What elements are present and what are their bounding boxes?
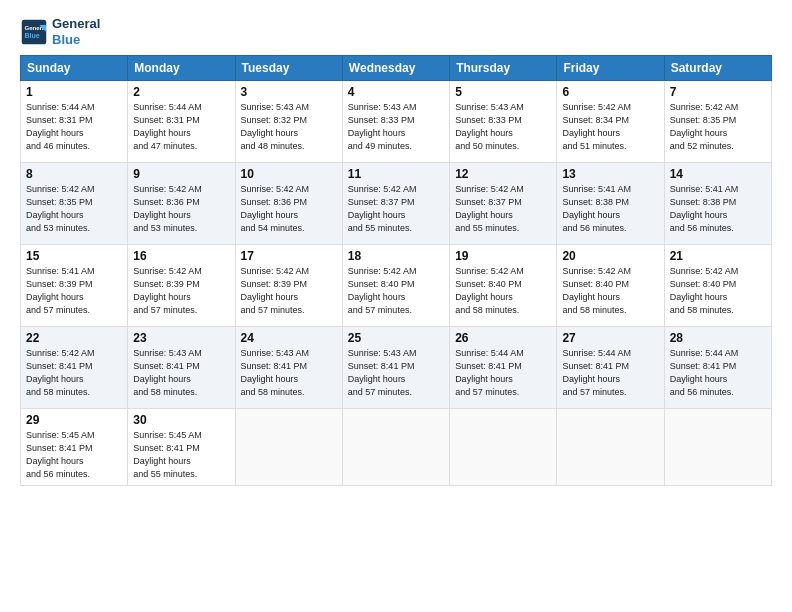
calendar-week-row: 22Sunrise: 5:42 AMSunset: 8:41 PMDayligh… (21, 327, 772, 409)
calendar-cell: 16Sunrise: 5:42 AMSunset: 8:39 PMDayligh… (128, 245, 235, 327)
day-number: 20 (562, 249, 658, 263)
day-info: Sunrise: 5:42 AMSunset: 8:35 PMDaylight … (26, 183, 122, 235)
calendar-cell: 3Sunrise: 5:43 AMSunset: 8:32 PMDaylight… (235, 81, 342, 163)
day-number: 25 (348, 331, 444, 345)
day-info: Sunrise: 5:42 AMSunset: 8:40 PMDaylight … (562, 265, 658, 317)
logo-icon: General Blue (20, 18, 48, 46)
calendar-cell: 22Sunrise: 5:42 AMSunset: 8:41 PMDayligh… (21, 327, 128, 409)
calendar-cell: 25Sunrise: 5:43 AMSunset: 8:41 PMDayligh… (342, 327, 449, 409)
calendar-cell: 5Sunrise: 5:43 AMSunset: 8:33 PMDaylight… (450, 81, 557, 163)
day-info: Sunrise: 5:42 AMSunset: 8:39 PMDaylight … (133, 265, 229, 317)
weekday-header: Friday (557, 56, 664, 81)
day-number: 11 (348, 167, 444, 181)
day-info: Sunrise: 5:42 AMSunset: 8:34 PMDaylight … (562, 101, 658, 153)
calendar-week-row: 1Sunrise: 5:44 AMSunset: 8:31 PMDaylight… (21, 81, 772, 163)
weekday-header: Sunday (21, 56, 128, 81)
weekday-header: Monday (128, 56, 235, 81)
calendar-cell: 6Sunrise: 5:42 AMSunset: 8:34 PMDaylight… (557, 81, 664, 163)
day-info: Sunrise: 5:42 AMSunset: 8:40 PMDaylight … (670, 265, 766, 317)
day-info: Sunrise: 5:42 AMSunset: 8:41 PMDaylight … (26, 347, 122, 399)
calendar-cell: 29Sunrise: 5:45 AMSunset: 8:41 PMDayligh… (21, 409, 128, 486)
calendar-cell (235, 409, 342, 486)
day-number: 9 (133, 167, 229, 181)
day-info: Sunrise: 5:42 AMSunset: 8:37 PMDaylight … (455, 183, 551, 235)
day-info: Sunrise: 5:42 AMSunset: 8:35 PMDaylight … (670, 101, 766, 153)
day-number: 14 (670, 167, 766, 181)
calendar-cell: 8Sunrise: 5:42 AMSunset: 8:35 PMDaylight… (21, 163, 128, 245)
calendar-cell: 24Sunrise: 5:43 AMSunset: 8:41 PMDayligh… (235, 327, 342, 409)
calendar-cell: 7Sunrise: 5:42 AMSunset: 8:35 PMDaylight… (664, 81, 771, 163)
day-number: 5 (455, 85, 551, 99)
calendar-cell: 17Sunrise: 5:42 AMSunset: 8:39 PMDayligh… (235, 245, 342, 327)
day-info: Sunrise: 5:44 AMSunset: 8:41 PMDaylight … (670, 347, 766, 399)
day-number: 4 (348, 85, 444, 99)
day-number: 26 (455, 331, 551, 345)
day-info: Sunrise: 5:45 AMSunset: 8:41 PMDaylight … (26, 429, 122, 481)
day-info: Sunrise: 5:44 AMSunset: 8:31 PMDaylight … (133, 101, 229, 153)
logo-text: General Blue (52, 16, 100, 47)
calendar-cell: 27Sunrise: 5:44 AMSunset: 8:41 PMDayligh… (557, 327, 664, 409)
calendar-week-row: 8Sunrise: 5:42 AMSunset: 8:35 PMDaylight… (21, 163, 772, 245)
day-info: Sunrise: 5:41 AMSunset: 8:38 PMDaylight … (670, 183, 766, 235)
day-number: 24 (241, 331, 337, 345)
calendar-cell: 28Sunrise: 5:44 AMSunset: 8:41 PMDayligh… (664, 327, 771, 409)
day-info: Sunrise: 5:42 AMSunset: 8:40 PMDaylight … (455, 265, 551, 317)
day-info: Sunrise: 5:41 AMSunset: 8:38 PMDaylight … (562, 183, 658, 235)
calendar-cell: 4Sunrise: 5:43 AMSunset: 8:33 PMDaylight… (342, 81, 449, 163)
day-number: 29 (26, 413, 122, 427)
calendar-week-row: 15Sunrise: 5:41 AMSunset: 8:39 PMDayligh… (21, 245, 772, 327)
day-number: 12 (455, 167, 551, 181)
calendar-cell: 15Sunrise: 5:41 AMSunset: 8:39 PMDayligh… (21, 245, 128, 327)
weekday-header: Tuesday (235, 56, 342, 81)
day-number: 21 (670, 249, 766, 263)
calendar-cell: 14Sunrise: 5:41 AMSunset: 8:38 PMDayligh… (664, 163, 771, 245)
day-info: Sunrise: 5:43 AMSunset: 8:32 PMDaylight … (241, 101, 337, 153)
day-number: 30 (133, 413, 229, 427)
day-number: 1 (26, 85, 122, 99)
weekday-header: Saturday (664, 56, 771, 81)
day-info: Sunrise: 5:41 AMSunset: 8:39 PMDaylight … (26, 265, 122, 317)
day-number: 6 (562, 85, 658, 99)
calendar-cell: 19Sunrise: 5:42 AMSunset: 8:40 PMDayligh… (450, 245, 557, 327)
day-info: Sunrise: 5:45 AMSunset: 8:41 PMDaylight … (133, 429, 229, 481)
day-number: 13 (562, 167, 658, 181)
day-info: Sunrise: 5:42 AMSunset: 8:39 PMDaylight … (241, 265, 337, 317)
calendar-cell: 18Sunrise: 5:42 AMSunset: 8:40 PMDayligh… (342, 245, 449, 327)
calendar-cell: 26Sunrise: 5:44 AMSunset: 8:41 PMDayligh… (450, 327, 557, 409)
day-number: 8 (26, 167, 122, 181)
day-number: 3 (241, 85, 337, 99)
day-info: Sunrise: 5:43 AMSunset: 8:33 PMDaylight … (348, 101, 444, 153)
weekday-header: Wednesday (342, 56, 449, 81)
header: General Blue General Blue (20, 16, 772, 47)
calendar-cell (450, 409, 557, 486)
calendar-cell: 10Sunrise: 5:42 AMSunset: 8:36 PMDayligh… (235, 163, 342, 245)
calendar-cell (557, 409, 664, 486)
svg-text:Blue: Blue (24, 32, 39, 39)
day-number: 23 (133, 331, 229, 345)
day-info: Sunrise: 5:43 AMSunset: 8:41 PMDaylight … (133, 347, 229, 399)
calendar-cell: 12Sunrise: 5:42 AMSunset: 8:37 PMDayligh… (450, 163, 557, 245)
logo: General Blue General Blue (20, 16, 100, 47)
day-number: 15 (26, 249, 122, 263)
day-info: Sunrise: 5:42 AMSunset: 8:37 PMDaylight … (348, 183, 444, 235)
calendar-cell: 30Sunrise: 5:45 AMSunset: 8:41 PMDayligh… (128, 409, 235, 486)
calendar-body: 1Sunrise: 5:44 AMSunset: 8:31 PMDaylight… (21, 81, 772, 486)
day-number: 2 (133, 85, 229, 99)
day-number: 18 (348, 249, 444, 263)
calendar-table: SundayMondayTuesdayWednesdayThursdayFrid… (20, 55, 772, 486)
day-info: Sunrise: 5:42 AMSunset: 8:36 PMDaylight … (133, 183, 229, 235)
day-number: 19 (455, 249, 551, 263)
calendar-cell (664, 409, 771, 486)
day-info: Sunrise: 5:44 AMSunset: 8:41 PMDaylight … (455, 347, 551, 399)
calendar-week-row: 29Sunrise: 5:45 AMSunset: 8:41 PMDayligh… (21, 409, 772, 486)
day-number: 10 (241, 167, 337, 181)
day-number: 7 (670, 85, 766, 99)
calendar-cell: 13Sunrise: 5:41 AMSunset: 8:38 PMDayligh… (557, 163, 664, 245)
day-number: 22 (26, 331, 122, 345)
calendar-cell: 11Sunrise: 5:42 AMSunset: 8:37 PMDayligh… (342, 163, 449, 245)
day-info: Sunrise: 5:42 AMSunset: 8:36 PMDaylight … (241, 183, 337, 235)
calendar-cell: 21Sunrise: 5:42 AMSunset: 8:40 PMDayligh… (664, 245, 771, 327)
day-info: Sunrise: 5:42 AMSunset: 8:40 PMDaylight … (348, 265, 444, 317)
weekday-header: Thursday (450, 56, 557, 81)
day-info: Sunrise: 5:44 AMSunset: 8:31 PMDaylight … (26, 101, 122, 153)
